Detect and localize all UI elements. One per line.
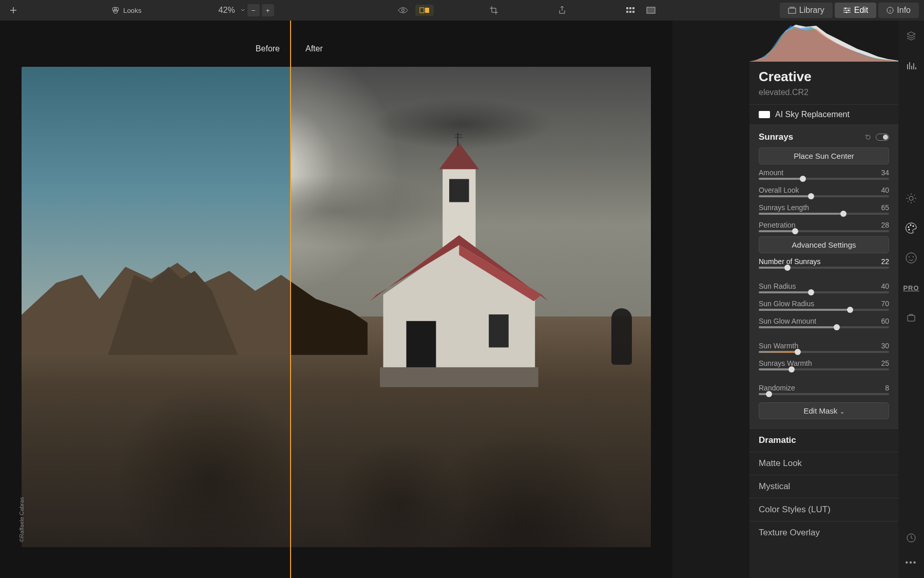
histogram-icon[interactable]: [904, 59, 918, 73]
zoom-value[interactable]: 42%: [216, 6, 238, 15]
preview-toggle-button[interactable]: [394, 5, 412, 16]
slider-thumb[interactable]: [808, 193, 814, 199]
sliders-icon: [843, 7, 851, 14]
crop-button[interactable]: [485, 4, 503, 17]
svg-rect-6: [626, 7, 628, 9]
grid-view-button[interactable]: [622, 5, 639, 16]
slider-value: 34: [881, 169, 889, 177]
slider-thumb[interactable]: [788, 366, 795, 372]
svg-rect-8: [632, 7, 634, 9]
after-label: After: [305, 44, 323, 53]
single-view-button[interactable]: [642, 5, 660, 16]
slider-thumb[interactable]: [795, 349, 801, 355]
slider-penetration: Penetration 28: [759, 219, 889, 236]
slider-track[interactable]: [759, 368, 889, 370]
looks-icon: [111, 6, 120, 15]
portrait-category-icon[interactable]: [904, 251, 918, 265]
slider-thumb[interactable]: [847, 307, 853, 313]
svg-point-27: [913, 226, 914, 227]
slider-number-of-sunrays: Number of Sunrays 22: [759, 255, 889, 273]
slider-track[interactable]: [759, 267, 889, 269]
slider-track[interactable]: [759, 309, 889, 311]
slider-label: Overall Look: [759, 186, 799, 194]
pro-category-icon[interactable]: PRO: [904, 281, 918, 295]
tool-mystical[interactable]: Mystical: [749, 475, 898, 498]
layers-icon[interactable]: [904, 29, 918, 43]
zoom-in-button[interactable]: +: [262, 4, 274, 16]
zoom-out-button[interactable]: −: [247, 4, 260, 16]
slider-track[interactable]: [759, 326, 889, 328]
tool-texture-overlay[interactable]: Texture Overlay: [749, 521, 898, 544]
reset-icon[interactable]: [864, 134, 872, 141]
more-icon[interactable]: •••: [904, 555, 918, 570]
advanced-settings-button[interactable]: Advanced Settings: [759, 236, 889, 253]
compare-divider[interactable]: [290, 21, 291, 578]
add-button[interactable]: [5, 4, 22, 16]
slider-track[interactable]: [759, 230, 889, 232]
slider-overall-look: Overall Look 40: [759, 184, 889, 201]
slider-value: 40: [881, 186, 889, 194]
slider-track[interactable]: [759, 291, 889, 293]
slider-thumb[interactable]: [792, 228, 798, 234]
compare-toggle-button[interactable]: [415, 5, 434, 16]
slider-thumb[interactable]: [800, 176, 806, 182]
image-canvas[interactable]: [22, 67, 651, 547]
slider-label: Sun Glow Amount: [759, 317, 816, 325]
svg-rect-7: [629, 7, 631, 9]
edit-label: Edit: [854, 6, 869, 15]
tool-matte-look[interactable]: Matte Look: [749, 452, 898, 475]
utility-category-icon[interactable]: [904, 310, 918, 325]
slider-value: 28: [881, 221, 889, 229]
grid-icon: [626, 7, 635, 14]
history-icon[interactable]: [904, 531, 918, 545]
place-sun-center-button[interactable]: Place Sun Center: [759, 147, 889, 164]
panel-filename: elevated.CR2: [749, 88, 898, 104]
share-button[interactable]: [554, 4, 570, 17]
slider-label: Sun Radius: [759, 282, 796, 290]
tab-edit[interactable]: Edit: [835, 3, 877, 18]
svg-point-14: [844, 8, 846, 9]
category-rail: PRO •••: [898, 21, 924, 578]
sunrays-toggle[interactable]: [876, 134, 889, 141]
slider-thumb[interactable]: [840, 211, 846, 217]
chevron-down-icon: [240, 8, 245, 13]
slider-value: 8: [885, 384, 889, 392]
svg-rect-32: [908, 315, 915, 321]
looks-button[interactable]: Looks: [107, 4, 146, 17]
slider-label: Sunrays Length: [759, 203, 809, 212]
creative-category-icon[interactable]: [904, 221, 918, 235]
histogram[interactable]: [749, 21, 898, 62]
edit-mask-button[interactable]: Edit Mask ⌄: [759, 402, 889, 419]
info-icon: [887, 7, 894, 14]
sky-swatch-icon: [759, 111, 770, 118]
slider-thumb[interactable]: [834, 324, 840, 330]
slider-thumb[interactable]: [784, 265, 791, 271]
slider-value: 25: [881, 359, 889, 367]
tool-dramatic[interactable]: Dramatic: [749, 428, 898, 452]
svg-point-3: [402, 9, 405, 12]
svg-rect-13: [788, 8, 796, 13]
slider-track[interactable]: [759, 195, 889, 197]
slider-thumb[interactable]: [808, 289, 814, 295]
svg-point-16: [845, 12, 847, 13]
svg-rect-10: [629, 11, 631, 13]
edit-panel: Creative elevated.CR2 AI Sky Replacement…: [749, 21, 898, 578]
slider-track[interactable]: [759, 213, 889, 215]
slider-track[interactable]: [759, 178, 889, 180]
tool-color-styles-lut-[interactable]: Color Styles (LUT): [749, 498, 898, 521]
compare-icon: [419, 7, 430, 14]
eye-icon: [398, 7, 408, 14]
svg-rect-23: [380, 367, 538, 387]
svg-point-30: [909, 256, 910, 257]
canvas-area: Before After: [0, 21, 672, 578]
svg-rect-4: [420, 8, 424, 13]
tool-sky-replacement[interactable]: AI Sky Replacement: [749, 104, 898, 124]
essentials-category-icon[interactable]: [904, 191, 918, 206]
info-label: Info: [897, 6, 911, 15]
tab-library[interactable]: Library: [780, 3, 833, 18]
tab-info[interactable]: Info: [878, 3, 919, 18]
slider-track[interactable]: [759, 351, 889, 353]
slider-track[interactable]: [759, 393, 889, 395]
slider-thumb[interactable]: [766, 391, 772, 397]
before-label: Before: [256, 44, 280, 53]
